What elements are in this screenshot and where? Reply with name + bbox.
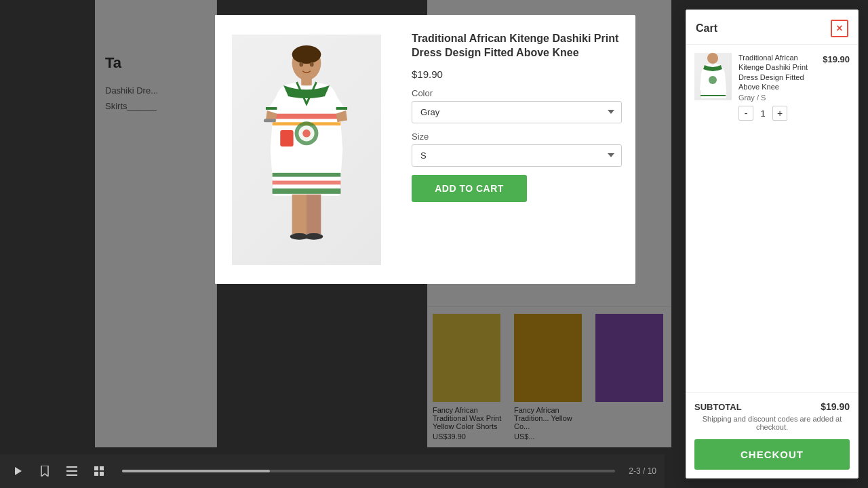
size-section: Size XS S M L XL XXL: [412, 131, 622, 167]
modal-product-title: Traditional African Kitenge Dashiki Prin…: [412, 32, 622, 60]
svg-rect-32: [100, 472, 104, 476]
progress-bar: [122, 470, 270, 472]
bookmark-icon: [40, 466, 50, 476]
qty-decrease-button[interactable]: -: [738, 106, 753, 121]
subtotal-row: SUBTOTAL $19.90: [694, 401, 850, 412]
cart-item: Traditional African Kitenge Dashiki Prin…: [694, 53, 850, 121]
list-icon: [66, 466, 77, 476]
cart-item-details: Traditional African Kitenge Dashiki Prin…: [738, 53, 816, 121]
svg-rect-31: [94, 472, 98, 476]
shipping-note: Shipping and discount codes are added at…: [694, 415, 850, 431]
color-label: Color: [412, 88, 622, 98]
size-select[interactable]: XS S M L XL XXL: [412, 144, 622, 167]
svg-point-7: [302, 129, 311, 137]
product-modal: Traditional African Kitenge Dashiki Prin…: [215, 15, 635, 284]
page-info: 2-3 / 10: [629, 466, 656, 476]
svg-rect-27: [66, 470, 77, 472]
svg-rect-14: [292, 194, 307, 233]
modal-image-section: [215, 15, 398, 284]
svg-rect-18: [264, 119, 275, 122]
svg-rect-10: [273, 180, 341, 184]
checkout-button[interactable]: CHECKOUT: [694, 439, 850, 470]
play-icon: [12, 466, 23, 476]
svg-rect-30: [100, 466, 104, 470]
svg-rect-3: [273, 113, 341, 119]
svg-rect-28: [66, 474, 77, 476]
bookmark-button[interactable]: [35, 462, 54, 481]
svg-rect-26: [66, 466, 77, 468]
svg-rect-2: [301, 77, 312, 85]
cart-title: Cart: [696, 22, 717, 35]
svg-rect-9: [273, 172, 341, 176]
svg-rect-15: [307, 194, 321, 233]
svg-rect-11: [273, 188, 341, 194]
svg-rect-13: [336, 107, 347, 110]
cart-items-list: Traditional African Kitenge Dashiki Prin…: [686, 45, 858, 392]
modal-details: Traditional African Kitenge Dashiki Prin…: [398, 15, 635, 284]
dress-illustration: [245, 45, 368, 255]
svg-rect-29: [94, 466, 98, 470]
cart-item-image: [694, 53, 732, 100]
cart-item-dress-icon: [694, 53, 732, 100]
cart-footer: SUBTOTAL $19.90 Shipping and discount co…: [686, 392, 858, 478]
add-to-cart-button[interactable]: ADD TO CART: [412, 175, 527, 202]
svg-point-20: [310, 62, 314, 66]
svg-point-17: [304, 233, 323, 240]
cart-header: Cart ×: [686, 10, 858, 45]
cart-item-quantity: - 1 +: [738, 106, 816, 121]
modal-product-price: $19.90: [412, 68, 622, 80]
cart-close-button[interactable]: ×: [831, 20, 848, 37]
svg-point-1: [292, 45, 321, 63]
color-select[interactable]: Gray White Black Blue Red: [412, 101, 622, 123]
svg-marker-25: [15, 467, 22, 475]
list-button[interactable]: [62, 462, 81, 481]
toolbar: 2-3 / 10: [0, 454, 665, 488]
size-label: Size: [412, 131, 622, 142]
subtotal-amount: $19.90: [821, 401, 850, 412]
cart-item-price: $19.90: [823, 53, 850, 64]
play-button[interactable]: [8, 462, 27, 481]
qty-increase-button[interactable]: +: [772, 106, 787, 121]
subtotal-label: SUBTOTAL: [694, 402, 742, 412]
grid-icon: [94, 466, 104, 476]
qty-value: 1: [757, 108, 768, 119]
progress-bar-container: [122, 470, 615, 472]
color-section: Color Gray White Black Blue Red: [412, 88, 622, 123]
svg-point-19: [299, 62, 303, 66]
modal-product-image: [232, 35, 381, 265]
svg-rect-12: [266, 107, 277, 110]
svg-rect-23: [701, 90, 726, 98]
cart-item-name: Traditional African Kitenge Dashiki Prin…: [738, 53, 816, 92]
svg-point-22: [709, 76, 717, 84]
svg-point-21: [707, 53, 718, 64]
grid-button[interactable]: [90, 462, 108, 481]
svg-rect-24: [701, 95, 726, 96]
cart-panel: Cart × Traditional African Kitenge Dashi…: [686, 9, 859, 479]
cart-item-variant: Gray / S: [738, 94, 816, 102]
svg-rect-8: [280, 129, 293, 146]
